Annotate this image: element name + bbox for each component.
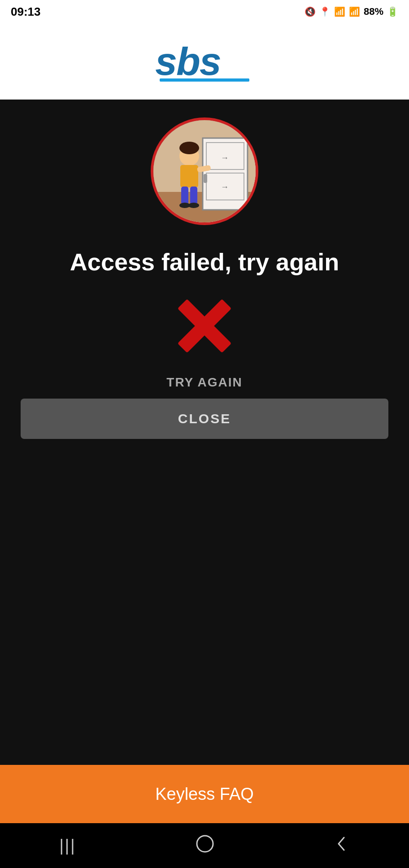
battery-level: 88%: [364, 6, 383, 17]
access-denied-image: → →: [151, 117, 258, 225]
svg-text:→: →: [221, 153, 229, 162]
recent-apps-icon[interactable]: |||: [59, 836, 76, 855]
error-x-icon-container: [169, 290, 240, 362]
svg-rect-12: [180, 165, 198, 187]
home-icon[interactable]: [195, 834, 215, 857]
svg-rect-9: [204, 174, 207, 183]
android-nav-bar: |||: [0, 823, 409, 868]
close-button[interactable]: CLOSE: [21, 399, 388, 439]
svg-text:→: →: [221, 182, 229, 191]
error-title: Access failed, try again: [52, 247, 357, 277]
svg-rect-14: [190, 187, 197, 204]
svg-point-17: [188, 203, 199, 208]
x-icon: [175, 297, 234, 355]
svg-rect-4: [203, 138, 248, 210]
battery-icon: 🔋: [387, 6, 398, 17]
faq-button[interactable]: Keyless FAQ: [0, 765, 409, 823]
svg-rect-1: [160, 78, 249, 82]
status-bar: 09:13 🔇 📍 📶 📶 88% 🔋: [0, 0, 409, 23]
sbs-logo: sbs: [151, 37, 258, 82]
svg-rect-13: [181, 187, 188, 204]
status-time: 09:13: [11, 5, 41, 19]
main-content: → → Access failed,: [0, 100, 409, 765]
app-header: sbs: [0, 23, 409, 100]
svg-point-11: [179, 142, 199, 154]
status-icons: 🔇 📍 📶 📶 88% 🔋: [305, 6, 398, 17]
door-scene: → →: [153, 120, 256, 222]
try-again-label[interactable]: TRY AGAIN: [166, 375, 242, 390]
svg-point-18: [197, 836, 213, 852]
signal-icon: 📶: [349, 6, 360, 17]
back-icon[interactable]: [333, 834, 349, 857]
location-icon: 📍: [319, 6, 331, 17]
wifi-icon: 📶: [334, 6, 345, 17]
svg-text:sbs: sbs: [155, 39, 221, 82]
mute-icon: 🔇: [305, 6, 316, 17]
